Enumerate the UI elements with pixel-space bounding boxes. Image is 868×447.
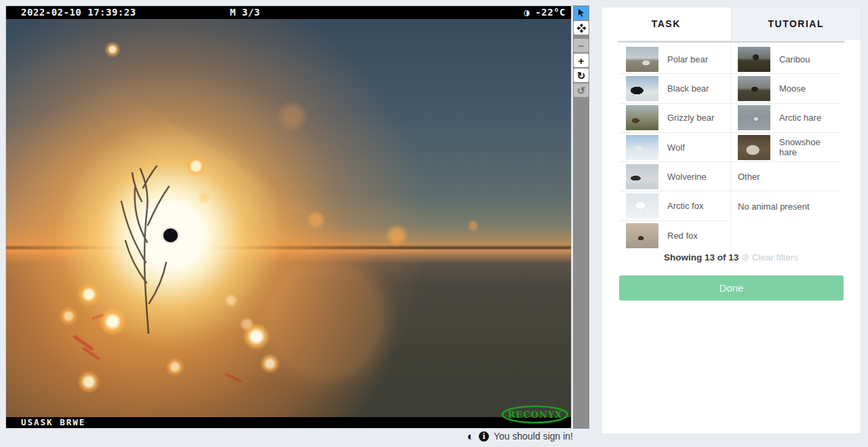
reconyx-logo: RECONYX [500,404,570,425]
classifier-app: 2022-02-10 17:39:23 M 3/3 ◑ -22°C USASK … [0,0,868,447]
choice-arctic-fox[interactable]: Arctic fox [619,191,730,220]
moon-phase-icon: ◑ [524,7,530,18]
arctic-hare-thumbnail [738,105,770,130]
osd-station-id: USASK BRWE [21,417,85,427]
osd-frame-counter: M 3/3 [230,7,260,18]
species-choice-grid: Polar bear Black bear Grizzly bear Wolf … [619,45,842,250]
choice-other[interactable]: Other [731,162,842,191]
moose-thumbnail [738,76,770,101]
cursor-arrow-icon [576,8,586,18]
refresh-icon: ↺ [577,85,586,96]
photo-lens-flares [6,6,571,428]
choice-grizzly-bear[interactable]: Grizzly bear [619,104,730,133]
osd-timestamp: 2022-02-10 17:39:23 [21,7,136,18]
clear-filters-button[interactable]: ⊘ Clear filters [741,252,798,263]
contrast-icon[interactable]: ◐ [467,431,474,442]
osd-temperature: -22°C [535,7,566,18]
subject-viewer[interactable]: 2022-02-10 17:39:23 M 3/3 ◑ -22°C USASK … [5,5,572,429]
viewer-toolbar: − + ↻ ↺ [573,5,589,429]
reset-view-button[interactable]: ↺ [574,83,589,97]
camera-osd-top-bar: 2022-02-10 17:39:23 M 3/3 ◑ -22°C [6,6,571,19]
choice-wolf[interactable]: Wolf [619,133,730,162]
zoom-out-button[interactable]: − [574,39,589,52]
photo-sun-dark-spot [163,229,178,242]
svg-text:RECONYX: RECONYX [508,410,563,420]
red-fox-thumbnail [626,223,658,248]
wolverine-thumbnail [626,164,658,189]
rotate-icon: ↻ [577,71,586,81]
choice-column-left: Polar bear Black bear Grizzly bear Wolf … [619,45,730,250]
choices-scrollbar-track[interactable] [618,41,845,43]
choice-polar-bear[interactable]: Polar bear [619,45,730,74]
tab-tutorial[interactable]: TUTORIAL [731,7,861,40]
move-arrows-icon [576,23,587,33]
plus-icon: + [578,56,585,66]
caribou-thumbnail [738,47,770,72]
zoom-in-button[interactable]: + [574,54,589,67]
slashed-circle-icon: ⊘ [741,252,749,263]
move-tool-button[interactable] [574,21,589,35]
choice-moose[interactable]: Moose [731,74,842,103]
choice-black-bear[interactable]: Black bear [619,74,730,103]
choice-red-fox[interactable]: Red fox [619,221,730,250]
minus-icon: − [578,41,585,51]
choice-caribou[interactable]: Caribou [731,45,842,74]
wolf-thumbnail [626,135,658,160]
annotate-tool-button[interactable] [574,6,589,20]
filter-summary: Showing 13 of 13 ⊘ Clear filters [601,252,861,263]
choice-snowshoe-hare[interactable]: Snowshoe hare [731,133,842,162]
choice-no-animal-present[interactable]: No animal present [731,191,842,220]
showing-count: Showing 13 of 13 [664,252,738,263]
tab-task[interactable]: TASK [601,7,731,40]
panel-tabs: TASK TUTORIAL [601,7,861,40]
choice-arctic-hare[interactable]: Arctic hare [731,104,842,133]
info-icon[interactable]: i [479,431,489,442]
snowshoe-hare-thumbnail [738,135,770,160]
task-panel: TASK TUTORIAL Polar bear Black bear Griz… [601,7,861,434]
black-bear-thumbnail [626,76,658,101]
rotate-button[interactable]: ↻ [574,69,589,82]
signin-hint: ◐ i You should sign in! [467,429,573,443]
done-button[interactable]: Done [619,275,844,300]
camera-osd-bottom-bar: USASK BRWE [6,417,571,428]
grizzly-bear-thumbnail [626,105,658,130]
arctic-fox-thumbnail [626,193,658,218]
choice-column-right: Caribou Moose Arctic hare Snowshoe hare … [730,45,842,250]
polar-bear-thumbnail [626,47,658,72]
signin-message: You should sign in! [494,431,573,442]
choice-wolverine[interactable]: Wolverine [619,162,730,191]
